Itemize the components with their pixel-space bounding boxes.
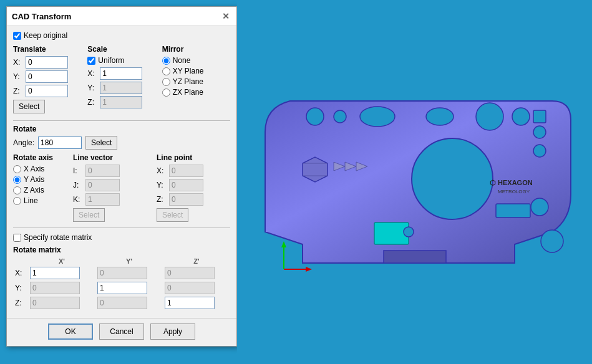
specify-matrix-checkbox[interactable]: [13, 234, 21, 242]
matrix-col-z-header: Z': [163, 257, 230, 266]
lv-i-label: I:: [73, 166, 83, 175]
svg-point-4: [533, 126, 546, 138]
keep-original-row: Keep original: [13, 31, 230, 40]
mirror-none-label: None: [173, 56, 191, 65]
lv-k-label: K:: [73, 195, 83, 204]
keep-original-checkbox[interactable]: [13, 32, 21, 40]
svg-rect-17: [533, 110, 546, 123]
matrix-y-z[interactable]: [165, 282, 215, 294]
translate-select-button[interactable]: Select: [13, 100, 45, 113]
rotate-axis-title: Rotate axis: [13, 153, 63, 162]
matrix-x-z[interactable]: [165, 267, 215, 279]
svg-point-23: [404, 227, 414, 237]
matrix-z-x[interactable]: [30, 297, 80, 309]
specify-matrix-row: Specify rotate matrix: [13, 233, 230, 242]
lp-x-input[interactable]: [169, 165, 203, 177]
rotate-select-button[interactable]: Select: [85, 136, 117, 150]
mirror-title: Mirror: [162, 45, 230, 54]
rotate-title: Rotate: [13, 125, 230, 133]
scale-title: Scale: [87, 45, 155, 54]
rotate-matrix-section: Rotate matrix X' Y' Z' X:: [13, 246, 230, 310]
rotaxis-line-radio[interactable]: [13, 197, 21, 205]
rotaxis-y-radio[interactable]: [13, 176, 21, 184]
matrix-x-y[interactable]: [97, 267, 147, 279]
matrix-z-y[interactable]: [97, 297, 147, 309]
angle-input[interactable]: [38, 136, 82, 149]
mirror-none-radio[interactable]: [162, 57, 170, 65]
svg-point-21: [426, 108, 454, 125]
uniform-checkbox[interactable]: [87, 57, 95, 65]
mirror-section: Mirror None XY Plane YZ Plane ZX Plane: [162, 45, 230, 115]
mirror-xy-label: XY Plane: [173, 67, 204, 75]
translate-title: Translate: [13, 45, 81, 54]
lv-j-input[interactable]: [85, 179, 120, 191]
matrix-y-y[interactable]: [97, 282, 147, 294]
svg-marker-25: [281, 241, 286, 247]
mirror-xy-radio[interactable]: [162, 67, 170, 75]
rotaxis-y-label: Y Axis: [24, 175, 44, 184]
lv-select-button[interactable]: Select: [73, 208, 105, 222]
svg-marker-27: [306, 267, 312, 272]
mirror-zx-label: ZX Plane: [173, 88, 203, 97]
lp-z-label: Z:: [157, 195, 167, 204]
rotaxis-line-label: Line: [24, 196, 38, 205]
scale-y-input[interactable]: [100, 82, 142, 94]
dialog-title: CAD Transform: [12, 12, 71, 21]
lv-k-input[interactable]: [85, 193, 120, 206]
apply-button[interactable]: Apply: [150, 323, 195, 340]
cancel-button[interactable]: Cancel: [99, 323, 144, 340]
mirror-yz-label: YZ Plane: [173, 77, 203, 86]
svg-text:⬡ HEXAGON: ⬡ HEXAGON: [490, 179, 533, 186]
svg-point-20: [360, 107, 395, 127]
scale-x-label: X:: [87, 69, 97, 78]
dialog-footer: OK Cancel Apply: [7, 318, 236, 346]
svg-point-22: [334, 110, 346, 123]
lp-y-input[interactable]: [169, 179, 203, 191]
svg-point-2: [476, 103, 503, 130]
rotaxis-z-radio[interactable]: [13, 186, 21, 194]
title-bar: CAD Transform ✕: [7, 7, 236, 26]
rotate-matrix-title: Rotate matrix: [13, 246, 230, 254]
matrix-x-label: X:: [13, 266, 28, 280]
matrix-col-y-header: Y': [95, 257, 163, 266]
ok-button[interactable]: OK: [48, 323, 93, 340]
rotaxis-x-label: X Axis: [24, 165, 44, 173]
matrix-x-x[interactable]: [30, 267, 80, 279]
matrix-z-z[interactable]: [165, 297, 215, 309]
scale-y-label: Y:: [87, 84, 97, 92]
svg-rect-19: [384, 251, 446, 263]
uniform-label: Uniform: [98, 56, 124, 65]
cad-part-svg: ⬡ HEXAGON METROLOGY: [253, 82, 577, 282]
line-vector-title: Line vector: [73, 153, 147, 162]
scale-z-label: Z:: [87, 98, 97, 107]
mirror-zx-radio[interactable]: [162, 89, 170, 97]
svg-point-5: [533, 145, 546, 157]
svg-text:METROLOGY: METROLOGY: [498, 189, 530, 194]
svg-point-3: [512, 108, 530, 125]
line-point-title: Line point: [157, 153, 230, 162]
matrix-col-x-header: X': [28, 257, 95, 266]
rotaxis-z-label: Z Axis: [24, 186, 44, 194]
close-button[interactable]: ✕: [220, 11, 231, 22]
matrix-y-x[interactable]: [30, 282, 80, 294]
svg-point-7: [541, 230, 563, 252]
svg-point-0: [412, 138, 493, 219]
scale-x-input[interactable]: [100, 67, 142, 80]
lv-i-input[interactable]: [85, 165, 120, 177]
lp-y-label: Y:: [157, 181, 167, 189]
mirror-yz-radio[interactable]: [162, 78, 170, 86]
lp-z-input[interactable]: [169, 193, 203, 206]
keep-original-label: Keep original: [24, 31, 67, 40]
translate-y-input[interactable]: [26, 70, 68, 83]
translate-y-label: Y:: [13, 72, 23, 81]
matrix-row-z: Z:: [13, 295, 230, 310]
rotaxis-x-radio[interactable]: [13, 165, 21, 173]
lp-select-button[interactable]: Select: [157, 208, 188, 222]
svg-rect-16: [496, 204, 530, 218]
svg-point-6: [531, 198, 548, 216]
translate-x-input[interactable]: [26, 56, 68, 69]
specify-matrix-label: Specify rotate matrix: [24, 233, 92, 242]
translate-z-label: Z:: [13, 87, 23, 95]
translate-z-input[interactable]: [26, 85, 68, 97]
scale-z-input[interactable]: [100, 96, 142, 108]
